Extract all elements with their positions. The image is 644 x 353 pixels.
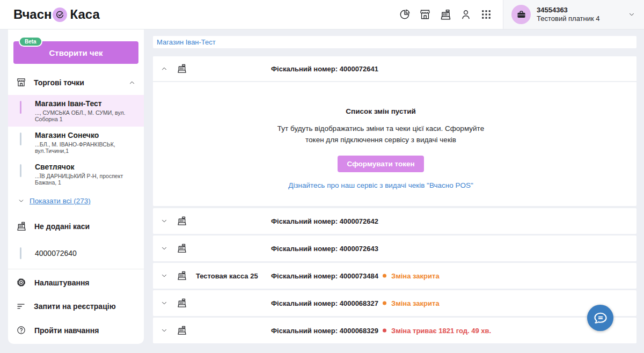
- status-dot-icon: [383, 329, 386, 333]
- empty-state: Список змін пустий Тут будуть відображат…: [153, 81, 636, 206]
- store-address: ...БЛ., М. ІВАНО-ФРАНКІВСЬК, вул.Тичини,…: [35, 141, 138, 154]
- cash-register-icon: [177, 63, 187, 74]
- store-title: Магазин Іван-Тест: [35, 99, 138, 108]
- account-info: 34554363 Тестовий платник 4: [537, 6, 600, 23]
- register-number: 4000072640: [35, 249, 77, 258]
- cash-register-icon[interactable]: [440, 9, 451, 20]
- cash-register-icon: [177, 298, 187, 308]
- sidebar-item-store[interactable]: Светлячок ...ЇВ ДАРНИЦЬКИЙ Р-Н, проспект…: [8, 158, 144, 190]
- chat-icon[interactable]: [587, 305, 613, 331]
- store-title: Магазин Сонечко: [35, 131, 138, 139]
- registration-requests-label: Запити на реєстрацію: [34, 302, 116, 311]
- fiscal-number: Фіскальний номер: 4000072641: [271, 65, 378, 73]
- show-all[interactable]: Показати всі (273): [18, 195, 136, 206]
- settings-label: Налаштування: [34, 278, 90, 287]
- app-header: Вчасн Каса 34554363 Тестовий платник 4: [0, 0, 644, 30]
- store-title: Светлячок: [35, 163, 138, 171]
- sidebar-item-store[interactable]: Магазин Сонечко ...БЛ., М. ІВАНО-ФРАНКІВ…: [8, 127, 144, 158]
- item-bar: [20, 133, 21, 145]
- cash-register-icon: [16, 221, 27, 232]
- fiscal-number: Фіскальний номер: 4000072642: [271, 217, 378, 225]
- app-logo: Вчасн Каса: [13, 7, 100, 22]
- trade-points-header[interactable]: Торгові точки: [16, 75, 136, 90]
- chevron-down-icon[interactable]: [160, 299, 168, 307]
- fiscal-number: Фіскальний номер: 4000073484: [271, 272, 378, 280]
- not-added-header: Не додані каси: [16, 220, 136, 232]
- register-rows: Фіскальний номер: 4000072642 Фіскальний …: [153, 208, 636, 343]
- register-row[interactable]: Фіскальний номер: 4000068327 Зміна закри…: [153, 290, 636, 316]
- empty-state-description: Тут будуть відображатись зміни та чеки ц…: [153, 123, 609, 146]
- fiscal-number: Фіскальний номер: 4000068329: [271, 327, 378, 335]
- store-address: ...ЇВ ДАРНИЦЬКИЙ Р-Н, проспект Бажана, 1: [35, 173, 138, 186]
- empty-state-title: Список змін пустий: [153, 107, 609, 115]
- account-name: Тестовий платник 4: [537, 14, 600, 23]
- apps-grid-icon[interactable]: [480, 9, 492, 20]
- status-badge: Зміна закрита: [383, 272, 440, 280]
- sidebar-item-registration-requests[interactable]: Запити на реєстрацію: [16, 295, 136, 318]
- chevron-up-icon[interactable]: [128, 79, 136, 86]
- trade-points-label: Торгові точки: [34, 78, 84, 87]
- register-row[interactable]: Фіскальний номер: 4000072641: [153, 56, 636, 81]
- item-bar: [20, 164, 21, 177]
- chevron-down-icon[interactable]: [160, 245, 168, 252]
- chevron-down-icon[interactable]: [628, 11, 635, 18]
- status-dot-icon: [383, 301, 386, 305]
- storefront-icon[interactable]: [419, 9, 431, 20]
- status-dot-icon: [383, 274, 386, 278]
- status-text: Зміна закрита: [391, 272, 440, 280]
- store-address: ..., СУМСЬКА ОБЛ., М. СУМИ, вул. Соборна…: [35, 109, 138, 122]
- register-row[interactable]: Фіскальний номер: 4000072642: [153, 208, 636, 234]
- sidebar-item-register[interactable]: 4000072640: [8, 246, 144, 260]
- breadcrumb: Магазин Іван-Тест: [153, 36, 636, 48]
- pos-service-link[interactable]: Дізнайтесь про наш сервіс з видачі чеків…: [153, 181, 609, 189]
- account-switcher[interactable]: 34554363 Тестовий платник 4: [503, 0, 644, 29]
- not-added-label: Не додані каси: [34, 222, 90, 231]
- chevron-down-icon[interactable]: [160, 327, 168, 334]
- avatar: [511, 5, 531, 24]
- cash-register-icon: [177, 243, 187, 254]
- item-bar: [20, 101, 21, 114]
- logo-text-left: Вчасн: [13, 7, 52, 22]
- status-badge: Зміна закрита: [383, 299, 440, 307]
- chevron-down-icon[interactable]: [160, 217, 168, 225]
- header-icon-group: [399, 9, 503, 20]
- generate-token-button[interactable]: Сформувати токен: [338, 156, 423, 172]
- cash-register-icon: [177, 270, 187, 281]
- sidebar-menu: Налаштування Запити на реєстрацію Пройти…: [8, 270, 144, 342]
- training-label: Пройти навчання: [34, 326, 99, 335]
- help-icon: [16, 325, 26, 335]
- register-row[interactable]: Фіскальний номер: 4000072643: [153, 236, 636, 261]
- show-all-link[interactable]: Показати всі (273): [30, 197, 91, 205]
- account-id: 34554363: [537, 6, 600, 14]
- breadcrumb-link[interactable]: Магазин Іван-Тест: [157, 38, 216, 46]
- person-icon[interactable]: [460, 9, 472, 20]
- cash-register-icon: [177, 216, 187, 226]
- cash-register-icon: [177, 325, 187, 336]
- status-text: Зміна триває 1821 год. 49 хв.: [391, 327, 491, 335]
- beta-badge: Beta: [19, 36, 42, 47]
- chevron-down-icon: [18, 197, 25, 204]
- register-row[interactable]: Тестовая касса 25 Фіскальний номер: 4000…: [153, 263, 636, 289]
- status-badge: Зміна триває 1821 год. 49 хв.: [383, 327, 491, 335]
- status-text: Зміна закрита: [391, 299, 440, 307]
- fiscal-number: Фіскальний номер: 4000068327: [271, 299, 378, 307]
- logo-text-right: Каса: [70, 7, 100, 22]
- register-row[interactable]: Фіскальний номер: 4000068329 Зміна трива…: [153, 318, 636, 343]
- register-card-expanded: Фіскальний номер: 4000072641 Список змін…: [153, 56, 636, 206]
- gear-icon: [16, 277, 26, 288]
- sidebar-item-settings[interactable]: Налаштування: [16, 270, 136, 295]
- sidebar-item-training[interactable]: Пройти навчання: [16, 318, 136, 342]
- register-name: Тестовая касса 25: [196, 272, 258, 280]
- item-bar: [20, 247, 21, 259]
- pie-chart-icon[interactable]: [399, 9, 411, 20]
- list-icon: [16, 301, 26, 311]
- chevron-down-icon[interactable]: [160, 272, 168, 280]
- main-content: Магазин Іван-Тест Фіскальний номер: 4000…: [153, 30, 636, 343]
- sidebar: Beta Створити чек Торгові точки Магазин …: [8, 30, 144, 344]
- logo-check-icon: [53, 8, 67, 22]
- sidebar-divider: [8, 269, 144, 269]
- sidebar-item-store[interactable]: Магазин Іван-Тест ..., СУМСЬКА ОБЛ., М. …: [8, 95, 144, 127]
- store-list: Магазин Іван-Тест ..., СУМСЬКА ОБЛ., М. …: [8, 95, 144, 190]
- chevron-up-icon[interactable]: [160, 65, 168, 72]
- fiscal-number: Фіскальний номер: 4000072643: [271, 245, 378, 253]
